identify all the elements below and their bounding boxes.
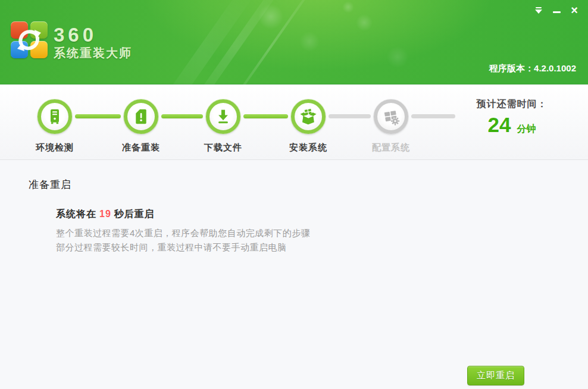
close-icon: × <box>571 4 578 16</box>
step-label-download-files: 下载文件 <box>187 142 259 153</box>
restart-now-button[interactable]: 立即重启 <box>467 366 524 385</box>
step-circle-configure-system <box>374 99 408 134</box>
minimize-icon <box>553 11 561 13</box>
menu-button[interactable] <box>530 2 548 18</box>
eta-minutes-value: 24 <box>488 113 511 136</box>
document-warning-icon <box>133 108 149 125</box>
version-label: 程序版本：4.2.0.1002 <box>489 63 576 74</box>
eta-block: 预计还需时间： 24分钟 <box>463 98 561 137</box>
brand-name: 系统重装大师 <box>54 45 132 61</box>
step-connector <box>75 114 121 118</box>
gear-part <box>391 117 399 125</box>
eta-label: 预计还需时间： <box>463 98 561 111</box>
step-circle-install-system <box>291 99 326 134</box>
countdown-prefix: 系统将在 <box>56 209 96 219</box>
minimize-button[interactable] <box>548 2 565 18</box>
step-label-environment-check: 环境检测 <box>19 142 90 153</box>
window-controls: × <box>530 2 583 18</box>
download-arrow-icon <box>215 108 232 125</box>
step-connector <box>243 114 288 118</box>
app-header: 360 系统重装大师 程序版本：4.2.0.1002 × <box>0 0 588 84</box>
computer-tower-icon <box>46 108 63 125</box>
step-connector <box>411 114 455 118</box>
step-label-install-system: 安装系统 <box>273 142 344 153</box>
description-line-1: 整个重装过程需要4次重启，程序会帮助您自动完成剩下的步骤 <box>56 226 310 240</box>
step-connector <box>329 114 371 118</box>
restart-countdown-text: 系统将在19秒后重启 <box>56 208 155 221</box>
dropdown-menu-icon <box>534 7 543 14</box>
step-circle-prepare-reinstall <box>124 99 158 134</box>
eta-unit: 分钟 <box>517 124 536 134</box>
main-content: 准备重启 系统将在19秒后重启 整个重装过程需要4次重启，程序会帮助您自动完成剩… <box>0 161 588 389</box>
brand-number: 360 <box>54 24 97 46</box>
app-window: 360 系统重装大师 程序版本：4.2.0.1002 × <box>0 0 588 389</box>
windows-gear-icon <box>382 108 400 126</box>
install-box-icon <box>299 108 317 126</box>
page-title: 准备重启 <box>29 178 71 192</box>
countdown-seconds: 19 <box>99 209 111 219</box>
description-text: 整个重装过程需要4次重启，程序会帮助您自动完成剩下的步骤 部分过程需要较长时间，… <box>56 226 310 255</box>
logo-refresh-arrows-icon <box>13 24 45 56</box>
app-logo-360-icon <box>11 21 48 58</box>
countdown-suffix: 秒后重启 <box>114 209 155 219</box>
description-line-2: 部分过程需要较长时间，重装过程中请不要手动重启电脑 <box>56 240 310 255</box>
step-circle-environment-check <box>37 99 72 134</box>
step-connector <box>161 114 203 118</box>
step-label-prepare-reinstall: 准备重装 <box>105 142 177 153</box>
progress-steps-band: 环境检测 准备重装 下载文件 <box>0 85 588 160</box>
close-button[interactable]: × <box>565 2 583 18</box>
step-circle-download-files <box>206 99 240 134</box>
step-label-configure-system: 配置系统 <box>355 142 427 153</box>
